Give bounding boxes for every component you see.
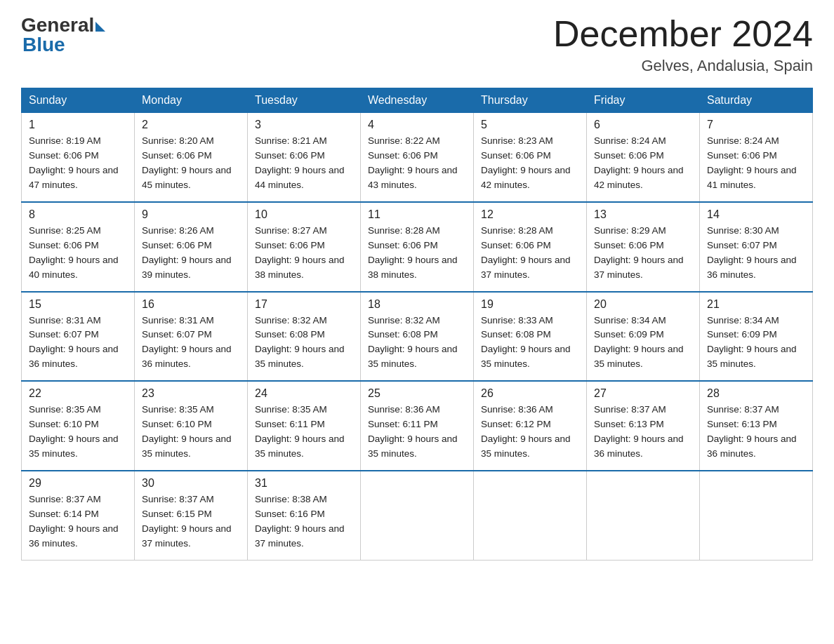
- day-info: Sunrise: 8:35 AM Sunset: 6:10 PM Dayligh…: [142, 403, 240, 462]
- calendar-day-cell: 19 Sunrise: 8:33 AM Sunset: 6:08 PM Dayl…: [474, 292, 587, 382]
- day-number: 5: [481, 119, 579, 131]
- day-number: 11: [368, 208, 466, 221]
- calendar-day-cell: 12 Sunrise: 8:28 AM Sunset: 6:06 PM Dayl…: [474, 202, 587, 292]
- day-number: 1: [29, 119, 127, 131]
- calendar-day-header: Wednesday: [361, 88, 474, 113]
- calendar-day-cell: [474, 471, 587, 560]
- day-number: 18: [368, 298, 466, 311]
- day-number: 9: [142, 208, 240, 221]
- day-number: 27: [594, 387, 692, 400]
- day-info: Sunrise: 8:36 AM Sunset: 6:11 PM Dayligh…: [368, 403, 466, 462]
- calendar-day-cell: 30 Sunrise: 8:37 AM Sunset: 6:15 PM Dayl…: [135, 471, 248, 560]
- calendar-day-cell: 23 Sunrise: 8:35 AM Sunset: 6:10 PM Dayl…: [135, 381, 248, 471]
- day-number: 17: [255, 298, 353, 311]
- day-number: 19: [481, 298, 579, 311]
- day-number: 7: [707, 119, 805, 131]
- calendar-day-cell: 29 Sunrise: 8:37 AM Sunset: 6:14 PM Dayl…: [22, 471, 135, 560]
- day-info: Sunrise: 8:32 AM Sunset: 6:08 PM Dayligh…: [368, 314, 466, 373]
- calendar-day-cell: 15 Sunrise: 8:31 AM Sunset: 6:07 PM Dayl…: [22, 292, 135, 382]
- day-info: Sunrise: 8:36 AM Sunset: 6:12 PM Dayligh…: [481, 403, 579, 462]
- calendar-week-row: 29 Sunrise: 8:37 AM Sunset: 6:14 PM Dayl…: [22, 471, 813, 560]
- day-number: 26: [481, 387, 579, 400]
- calendar-header-row: SundayMondayTuesdayWednesdayThursdayFrid…: [22, 88, 813, 113]
- day-number: 10: [255, 208, 353, 221]
- day-info: Sunrise: 8:37 AM Sunset: 6:13 PM Dayligh…: [594, 403, 692, 462]
- calendar-week-row: 15 Sunrise: 8:31 AM Sunset: 6:07 PM Dayl…: [22, 292, 813, 382]
- calendar-day-header: Monday: [135, 88, 248, 113]
- day-number: 21: [707, 298, 805, 311]
- day-info: Sunrise: 8:35 AM Sunset: 6:10 PM Dayligh…: [29, 403, 127, 462]
- day-number: 20: [594, 298, 692, 311]
- day-info: Sunrise: 8:31 AM Sunset: 6:07 PM Dayligh…: [142, 314, 240, 373]
- day-number: 2: [142, 119, 240, 131]
- calendar-day-cell: 4 Sunrise: 8:22 AM Sunset: 6:06 PM Dayli…: [361, 113, 474, 202]
- calendar-day-cell: [700, 471, 813, 560]
- calendar-week-row: 1 Sunrise: 8:19 AM Sunset: 6:06 PM Dayli…: [22, 113, 813, 202]
- day-info: Sunrise: 8:32 AM Sunset: 6:08 PM Dayligh…: [255, 314, 353, 373]
- day-number: 12: [481, 208, 579, 221]
- calendar-day-cell: 25 Sunrise: 8:36 AM Sunset: 6:11 PM Dayl…: [361, 381, 474, 471]
- day-number: 4: [368, 119, 466, 131]
- calendar-day-header: Friday: [587, 88, 700, 113]
- calendar-day-cell: 7 Sunrise: 8:24 AM Sunset: 6:06 PM Dayli…: [700, 113, 813, 202]
- calendar-day-header: Tuesday: [248, 88, 361, 113]
- calendar-day-cell: 14 Sunrise: 8:30 AM Sunset: 6:07 PM Dayl…: [700, 202, 813, 292]
- calendar-day-cell: 22 Sunrise: 8:35 AM Sunset: 6:10 PM Dayl…: [22, 381, 135, 471]
- day-info: Sunrise: 8:28 AM Sunset: 6:06 PM Dayligh…: [481, 224, 579, 283]
- day-info: Sunrise: 8:22 AM Sunset: 6:06 PM Dayligh…: [368, 134, 466, 193]
- day-info: Sunrise: 8:38 AM Sunset: 6:16 PM Dayligh…: [255, 492, 353, 551]
- day-number: 28: [707, 387, 805, 400]
- calendar-day-cell: 8 Sunrise: 8:25 AM Sunset: 6:06 PM Dayli…: [22, 202, 135, 292]
- calendar-day-cell: [587, 471, 700, 560]
- day-info: Sunrise: 8:27 AM Sunset: 6:06 PM Dayligh…: [255, 224, 353, 283]
- calendar-day-cell: 21 Sunrise: 8:34 AM Sunset: 6:09 PM Dayl…: [700, 292, 813, 382]
- calendar-day-cell: 3 Sunrise: 8:21 AM Sunset: 6:06 PM Dayli…: [248, 113, 361, 202]
- day-number: 31: [255, 477, 353, 490]
- calendar-day-cell: 18 Sunrise: 8:32 AM Sunset: 6:08 PM Dayl…: [361, 292, 474, 382]
- day-info: Sunrise: 8:23 AM Sunset: 6:06 PM Dayligh…: [481, 134, 579, 193]
- day-info: Sunrise: 8:35 AM Sunset: 6:11 PM Dayligh…: [255, 403, 353, 462]
- day-info: Sunrise: 8:34 AM Sunset: 6:09 PM Dayligh…: [707, 314, 805, 373]
- day-info: Sunrise: 8:28 AM Sunset: 6:06 PM Dayligh…: [368, 224, 466, 283]
- calendar-day-cell: 28 Sunrise: 8:37 AM Sunset: 6:13 PM Dayl…: [700, 381, 813, 471]
- logo: General Blue: [21, 14, 105, 56]
- day-number: 6: [594, 119, 692, 131]
- calendar-table: SundayMondayTuesdayWednesdayThursdayFrid…: [21, 88, 813, 560]
- calendar-day-cell: 17 Sunrise: 8:32 AM Sunset: 6:08 PM Dayl…: [248, 292, 361, 382]
- calendar-day-cell: 11 Sunrise: 8:28 AM Sunset: 6:06 PM Dayl…: [361, 202, 474, 292]
- calendar-week-row: 8 Sunrise: 8:25 AM Sunset: 6:06 PM Dayli…: [22, 202, 813, 292]
- day-number: 8: [29, 208, 127, 221]
- calendar-day-cell: [361, 471, 474, 560]
- calendar-day-cell: 9 Sunrise: 8:26 AM Sunset: 6:06 PM Dayli…: [135, 202, 248, 292]
- day-info: Sunrise: 8:34 AM Sunset: 6:09 PM Dayligh…: [594, 314, 692, 373]
- calendar-day-cell: 27 Sunrise: 8:37 AM Sunset: 6:13 PM Dayl…: [587, 381, 700, 471]
- day-info: Sunrise: 8:31 AM Sunset: 6:07 PM Dayligh…: [29, 314, 127, 373]
- day-number: 30: [142, 477, 240, 490]
- calendar-day-cell: 26 Sunrise: 8:36 AM Sunset: 6:12 PM Dayl…: [474, 381, 587, 471]
- calendar-day-cell: 31 Sunrise: 8:38 AM Sunset: 6:16 PM Dayl…: [248, 471, 361, 560]
- day-number: 14: [707, 208, 805, 221]
- calendar-day-header: Sunday: [22, 88, 135, 113]
- day-info: Sunrise: 8:26 AM Sunset: 6:06 PM Dayligh…: [142, 224, 240, 283]
- location-title: Gelves, Andalusia, Spain: [553, 57, 813, 75]
- day-number: 29: [29, 477, 127, 490]
- calendar-day-cell: 2 Sunrise: 8:20 AM Sunset: 6:06 PM Dayli…: [135, 113, 248, 202]
- day-number: 22: [29, 387, 127, 400]
- day-info: Sunrise: 8:24 AM Sunset: 6:06 PM Dayligh…: [594, 134, 692, 193]
- month-title: December 2024: [553, 14, 813, 54]
- calendar-day-cell: 13 Sunrise: 8:29 AM Sunset: 6:06 PM Dayl…: [587, 202, 700, 292]
- day-info: Sunrise: 8:37 AM Sunset: 6:14 PM Dayligh…: [29, 492, 127, 551]
- logo-triangle-icon: [95, 22, 105, 32]
- page-header: General Blue December 2024 Gelves, Andal…: [21, 14, 813, 75]
- day-info: Sunrise: 8:29 AM Sunset: 6:06 PM Dayligh…: [594, 224, 692, 283]
- calendar-day-cell: 24 Sunrise: 8:35 AM Sunset: 6:11 PM Dayl…: [248, 381, 361, 471]
- day-info: Sunrise: 8:37 AM Sunset: 6:13 PM Dayligh…: [707, 403, 805, 462]
- calendar-day-cell: 10 Sunrise: 8:27 AM Sunset: 6:06 PM Dayl…: [248, 202, 361, 292]
- day-info: Sunrise: 8:24 AM Sunset: 6:06 PM Dayligh…: [707, 134, 805, 193]
- day-number: 3: [255, 119, 353, 131]
- day-number: 23: [142, 387, 240, 400]
- title-block: December 2024 Gelves, Andalusia, Spain: [553, 14, 813, 75]
- calendar-day-header: Thursday: [474, 88, 587, 113]
- day-info: Sunrise: 8:37 AM Sunset: 6:15 PM Dayligh…: [142, 492, 240, 551]
- day-info: Sunrise: 8:20 AM Sunset: 6:06 PM Dayligh…: [142, 134, 240, 193]
